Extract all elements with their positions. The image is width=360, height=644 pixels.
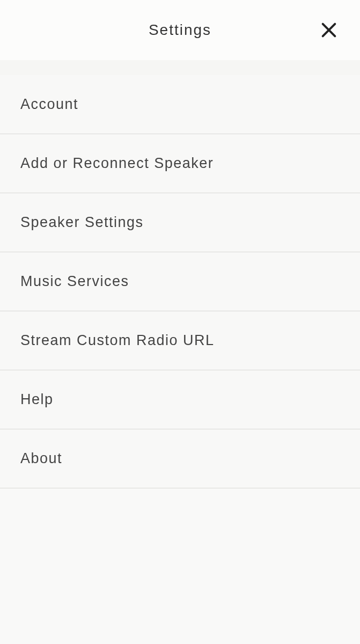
list-item-label: Music Services xyxy=(20,273,129,290)
settings-item-add-reconnect-speaker[interactable]: Add or Reconnect Speaker xyxy=(0,134,360,193)
list-item-label: Stream Custom Radio URL xyxy=(20,332,215,349)
settings-item-music-services[interactable]: Music Services xyxy=(0,252,360,311)
settings-header: Settings xyxy=(0,0,360,60)
settings-item-help[interactable]: Help xyxy=(0,370,360,429)
settings-item-about[interactable]: About xyxy=(0,429,360,488)
page-title: Settings xyxy=(149,21,211,39)
list-item-label: Help xyxy=(20,391,54,408)
close-button[interactable] xyxy=(318,19,340,41)
close-icon xyxy=(320,21,338,39)
settings-item-account[interactable]: Account xyxy=(0,75,360,134)
list-item-label: Add or Reconnect Speaker xyxy=(20,155,214,172)
list-item-label: Speaker Settings xyxy=(20,214,144,231)
section-spacer xyxy=(0,60,360,75)
settings-list: Account Add or Reconnect Speaker Speaker… xyxy=(0,75,360,488)
settings-item-speaker-settings[interactable]: Speaker Settings xyxy=(0,193,360,252)
list-item-label: About xyxy=(20,450,62,467)
settings-item-stream-custom-radio[interactable]: Stream Custom Radio URL xyxy=(0,311,360,370)
list-item-label: Account xyxy=(20,96,78,113)
